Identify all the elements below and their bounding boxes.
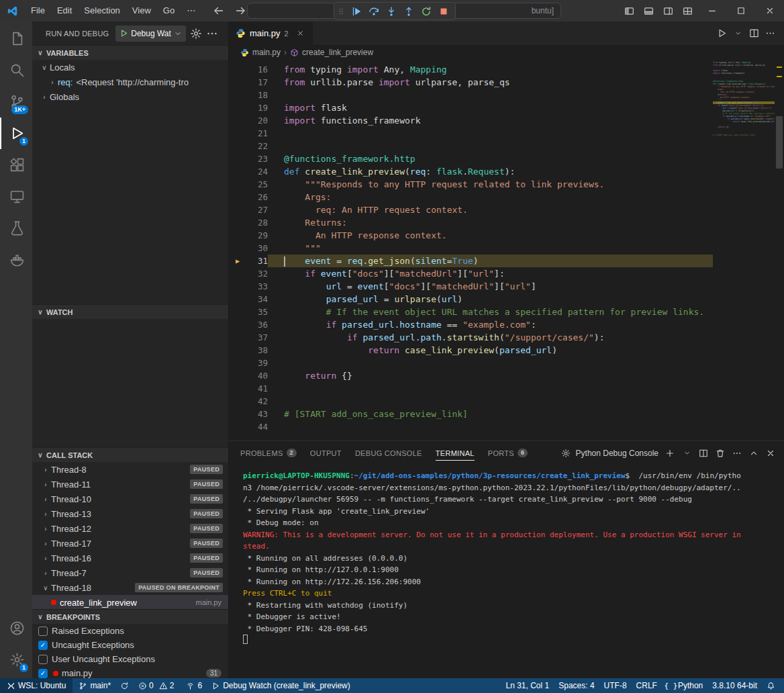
gutter-glyph[interactable]: ▶ <box>229 255 246 267</box>
debug-step-out-button[interactable] <box>400 3 417 19</box>
gutter-glyph[interactable] <box>229 191 246 203</box>
breadcrumb-symbol[interactable]: create_link_preview <box>302 48 373 57</box>
panel-tab-output[interactable]: OUTPUT <box>310 441 342 465</box>
code-line-17[interactable]: 17from urllib.parse import urlparse, par… <box>229 76 713 89</box>
kill-terminal-icon[interactable] <box>714 447 727 460</box>
menu-selection[interactable]: Selection <box>78 1 126 21</box>
debug-stop-button[interactable] <box>435 3 452 19</box>
status-encoding[interactable]: UTF-8 <box>599 678 632 693</box>
status-ports[interactable]: 6 <box>181 678 207 693</box>
close-panel-icon[interactable] <box>764 447 777 460</box>
activity-explorer[interactable] <box>0 23 32 54</box>
gutter-glyph[interactable] <box>229 114 246 127</box>
callstack-frame[interactable]: create_link_previewmain.py <box>32 595 228 609</box>
callstack-thread[interactable]: ›Thread-17PAUSED <box>32 536 228 551</box>
breakpoints-header[interactable]: ∨ BREAKPOINTS <box>32 609 228 624</box>
debug-restart-button[interactable] <box>418 3 434 19</box>
minimize-button[interactable] <box>697 0 726 21</box>
gutter-glyph[interactable] <box>229 203 246 216</box>
run-file-icon[interactable] <box>714 26 729 41</box>
gutter-glyph[interactable] <box>229 89 246 101</box>
status-remote[interactable]: WSL: Ubuntu <box>0 678 72 693</box>
code-line-44[interactable]: 44 <box>229 420 713 433</box>
status-eol[interactable]: CRLF <box>632 678 662 693</box>
menu-view[interactable]: View <box>126 1 157 21</box>
menu-go[interactable]: Go <box>157 1 181 21</box>
gutter-glyph[interactable] <box>229 357 246 369</box>
status-problems[interactable]: 02 <box>134 678 181 693</box>
call-stack-header[interactable]: ∨ CALL STACK <box>32 447 228 462</box>
callstack-thread[interactable]: ›Thread-16PAUSED <box>32 551 228 565</box>
gutter-glyph[interactable] <box>229 331 246 344</box>
code-line-22[interactable]: 22 <box>229 140 713 152</box>
debug-gear-icon[interactable] <box>190 28 202 40</box>
scrollbar-thumb[interactable] <box>776 116 783 169</box>
code-line-42[interactable]: 42 <box>229 395 713 408</box>
gutter-glyph[interactable] <box>229 382 246 395</box>
breakpoint-item[interactable]: User Uncaught Exceptions <box>32 652 228 666</box>
activity-source-control[interactable]: 1K+ <box>0 86 32 118</box>
maximize-panel-icon[interactable] <box>747 447 761 460</box>
callstack-thread[interactable]: ›Thread-10PAUSED <box>32 492 228 506</box>
activity-extensions[interactable] <box>0 149 32 181</box>
activity-testing[interactable] <box>0 212 32 244</box>
breakpoint-checkbox[interactable]: ✓ <box>38 669 48 678</box>
breakpoint-checkbox[interactable] <box>38 627 48 636</box>
code-line-39[interactable]: 39 <box>229 357 713 369</box>
code-line-38[interactable]: 38 return case_link_preview(parsed_url) <box>229 344 713 357</box>
panel-more-icon[interactable] <box>730 447 744 460</box>
variables-item[interactable]: ∨Locals <box>32 60 228 75</box>
breadcrumb-file[interactable]: main.py <box>252 48 281 57</box>
status-sync[interactable] <box>115 678 134 693</box>
close-window-button[interactable] <box>755 0 784 21</box>
customize-layout-icon[interactable] <box>678 0 697 21</box>
code-line-40[interactable]: 40 return {} <box>229 369 713 382</box>
code-line-19[interactable]: 19import flask <box>229 101 713 114</box>
panel-tab-problems[interactable]: PROBLEMS2 <box>240 441 297 465</box>
code-line-32[interactable]: 32 if event["docs"]["matchedUrl"]["url"]… <box>229 267 713 280</box>
menu-overflow[interactable]: ⋯ <box>181 1 201 21</box>
editor-scrollbar[interactable] <box>775 60 784 441</box>
status-indentation[interactable]: Spaces: 4 <box>554 678 599 693</box>
gutter-glyph[interactable] <box>229 127 246 140</box>
code-editor[interactable]: 16from typing import Any, Mapping17from … <box>229 60 784 441</box>
variables-item[interactable]: ›req:<Request 'http://charming-tro <box>32 75 228 89</box>
breakpoint-checkbox[interactable] <box>38 655 48 664</box>
callstack-thread[interactable]: ›Thread-11PAUSED <box>32 477 228 492</box>
code-line-36[interactable]: 36 if parsed_url.hostname == "example.co… <box>229 318 713 331</box>
code-line-30[interactable]: 30 """ <box>229 242 713 255</box>
callstack-thread[interactable]: ∨Thread-18PAUSED ON BREAKPOINT <box>32 580 228 595</box>
status-python-version[interactable]: 3.8.10 64-bit <box>707 678 762 693</box>
run-dropdown-icon[interactable] <box>730 26 745 41</box>
code-line-37[interactable]: 37 if parsed_url.path.startswith("/suppo… <box>229 331 713 344</box>
gutter-glyph[interactable] <box>229 420 246 433</box>
code-line-24[interactable]: 24def create_link_preview(req: flask.Req… <box>229 165 713 178</box>
code-line-41[interactable]: 41 <box>229 382 713 395</box>
gutter-glyph[interactable] <box>229 229 246 242</box>
menu-edit[interactable]: Edit <box>51 1 78 21</box>
code-line-20[interactable]: 20import functions_framework <box>229 114 713 127</box>
tab-close-icon[interactable] <box>295 28 306 39</box>
gutter-glyph[interactable] <box>229 267 246 280</box>
gutter-glyph[interactable] <box>229 306 246 318</box>
callstack-thread[interactable]: ›Thread-7PAUSED <box>32 565 228 580</box>
toggle-sidebar-icon[interactable] <box>620 0 639 21</box>
gutter-glyph[interactable] <box>229 165 246 178</box>
activity-docker[interactable] <box>0 244 32 275</box>
code-line-28[interactable]: 28 Returns: <box>229 216 713 229</box>
callstack-thread[interactable]: ›Thread-8PAUSED <box>32 462 228 477</box>
code-line-23[interactable]: 23@functions_framework.http <box>229 152 713 165</box>
split-terminal-icon[interactable] <box>697 447 710 460</box>
status-notifications[interactable] <box>762 678 780 693</box>
sidebar-more-icon[interactable] <box>206 28 218 40</box>
gutter-glyph[interactable] <box>229 369 246 382</box>
code-line-16[interactable]: 16from typing import Any, Mapping <box>229 63 713 76</box>
panel-tab-debug-console[interactable]: DEBUG CONSOLE <box>355 441 422 465</box>
tab-main-py[interactable]: main.py 2 <box>229 21 313 45</box>
code-line-21[interactable]: 21 <box>229 127 713 140</box>
gutter-glyph[interactable] <box>229 242 246 255</box>
forward-icon[interactable] <box>235 5 246 16</box>
gripper-icon[interactable] <box>338 6 345 17</box>
variables-header[interactable]: ∨ VARIABLES <box>32 45 228 60</box>
code-line-34[interactable]: 34 parsed_url = urlparse(url) <box>229 293 713 306</box>
